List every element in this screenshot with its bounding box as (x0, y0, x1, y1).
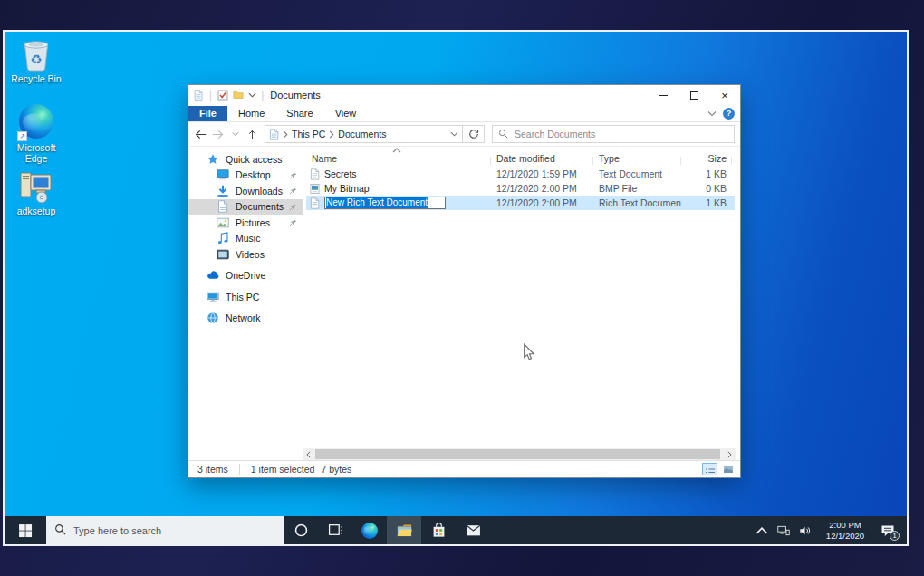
desktop-icon-label: Microsoft Edge (8, 142, 64, 164)
pin-icon[interactable] (289, 171, 297, 179)
sidebar-item-downloads[interactable]: Downloads (188, 183, 303, 199)
recent-locations-chevron-icon[interactable] (226, 126, 244, 142)
scroll-right-arrow-icon[interactable] (724, 448, 736, 460)
file-name-cell[interactable]: New Rich Text Document (306, 197, 491, 209)
sort-ascending-icon[interactable] (392, 148, 401, 153)
breadcrumb-segment[interactable]: This PC (292, 129, 325, 139)
file-row-secrets[interactable]: Secrets12/1/2020 1:59 PMText Document1 K… (306, 167, 735, 181)
help-icon[interactable]: ? (723, 108, 735, 120)
ribbon-tabs: FileHomeShareView ? (188, 105, 740, 122)
desktop-icon-microsoft-edge[interactable]: ↗Microsoft Edge (8, 104, 64, 164)
taskbar-button-edge[interactable] (352, 516, 387, 544)
breadcrumb-chevron-icon[interactable] (283, 130, 288, 139)
rename-edit-box[interactable]: New Rich Text Document (324, 197, 446, 209)
sidebar-item-videos[interactable]: Videos (188, 246, 303, 263)
file-name-cell[interactable]: My Bitmap (306, 183, 491, 195)
file-rows: Secrets12/1/2020 1:59 PMText Document1 K… (306, 167, 735, 210)
window-title: Documents (270, 90, 321, 101)
ribbon-expand-chevron-icon[interactable] (707, 110, 717, 117)
file-size: 0 KB (681, 183, 732, 194)
search-box[interactable] (492, 125, 735, 143)
document-icon[interactable] (193, 90, 204, 101)
up-arrow-icon[interactable] (244, 126, 261, 142)
sidebar-item-label: OneDrive (226, 270, 265, 281)
refresh-button[interactable] (463, 125, 485, 143)
sidebar-item-onedrive[interactable]: OneDrive (188, 268, 303, 284)
details-view-button[interactable] (702, 463, 717, 475)
network-globe-icon (207, 312, 219, 324)
clock[interactable]: 2:00 PM 12/1/2020 (820, 520, 871, 542)
pin-icon[interactable] (289, 187, 297, 195)
file-row-new-rich-text-document[interactable]: New Rich Text Document12/1/2020 2:00 PMR… (306, 196, 735, 210)
tab-view[interactable]: View (324, 106, 368, 121)
address-dropdown-chevron-icon[interactable] (450, 131, 458, 137)
taskbar-button-file-explorer[interactable] (387, 516, 421, 544)
sidebar-item-network[interactable]: Network (188, 311, 303, 327)
sidebar-item-pictures[interactable]: Pictures (188, 215, 303, 231)
quick-access-toolbar: || (193, 90, 265, 101)
breadcrumb-chevron-icon[interactable] (329, 130, 334, 139)
pc-monitor-icon (207, 291, 219, 303)
file-name-cell[interactable]: Secrets (306, 168, 491, 180)
pin-icon[interactable] (289, 203, 297, 211)
volume-icon[interactable] (796, 516, 814, 544)
column-header-name[interactable]: Name (306, 153, 491, 167)
search-input[interactable] (515, 129, 728, 139)
shortcut-arrow-icon: ↗ (17, 131, 27, 141)
scrollbar-thumb[interactable] (315, 449, 720, 459)
properties-check-icon[interactable] (217, 90, 228, 101)
file-type: BMP File (593, 183, 681, 194)
sidebar-item-music[interactable]: Music (188, 231, 303, 247)
sidebar-item-documents[interactable]: Documents (188, 199, 303, 216)
maximize-button[interactable] (679, 85, 709, 105)
start-button[interactable] (5, 516, 46, 544)
taskbar-button-task-view[interactable] (318, 516, 352, 544)
tray-date: 12/1/2020 (820, 531, 871, 542)
window-main: Quick accessDesktopDownloadsDocumentsPic… (188, 148, 740, 447)
network-icon[interactable] (775, 516, 793, 544)
taskbar-button-store[interactable] (421, 516, 456, 544)
close-button[interactable]: × (709, 85, 740, 105)
windows-desktop[interactable]: ♻Recycle Bin↗Microsoft Edgeadksetup || D… (5, 32, 907, 544)
taskbar: 2:00 PM 12/1/2020 1 (5, 516, 907, 544)
action-center-button[interactable]: 1 (874, 516, 901, 544)
large-icons-view-button[interactable] (720, 463, 736, 475)
minimize-button[interactable] (648, 85, 679, 105)
tab-share[interactable]: Share (275, 106, 323, 121)
desktop-icon-recycle-bin[interactable]: ♻Recycle Bin (8, 35, 64, 84)
desktop-icon-label: adksetup (8, 206, 64, 216)
column-header-type[interactable]: Type (593, 153, 681, 167)
breadcrumb-segment[interactable]: Documents (338, 129, 386, 139)
title-bar[interactable]: || Documents × (188, 85, 740, 105)
taskbar-search[interactable] (46, 516, 284, 544)
tab-file[interactable]: File (188, 106, 227, 121)
forward-arrow-icon[interactable] (209, 126, 226, 142)
tab-home[interactable]: Home (227, 106, 275, 121)
qat-customize-chevron-icon[interactable] (248, 92, 256, 98)
file-date-modified: 12/1/2020 2:00 PM (491, 183, 593, 194)
sidebar-item-quick-access[interactable]: Quick access (188, 151, 303, 168)
column-header-date-modified[interactable]: Date modified (491, 153, 593, 167)
scroll-left-arrow-icon[interactable] (303, 448, 314, 460)
taskbar-search-input[interactable] (73, 525, 275, 536)
address-bar[interactable]: This PCDocuments (265, 125, 463, 143)
sidebar-item-this-pc[interactable]: This PC (188, 289, 303, 305)
sidebar-item-label: Desktop (236, 169, 271, 180)
desktop-icon-adksetup[interactable]: adksetup (8, 168, 64, 216)
picture-frame-icon (217, 216, 229, 229)
search-icon (54, 523, 66, 539)
taskbar-button-mail[interactable] (456, 516, 490, 544)
hidden-icons-chevron-icon[interactable] (753, 516, 771, 544)
column-header-size[interactable]: Size (681, 153, 732, 167)
ribbon-tab-list: FileHomeShareView (188, 106, 367, 121)
search-icon (498, 129, 508, 140)
file-list-area[interactable]: NameDate modifiedTypeSize Secrets12/1/20… (306, 148, 735, 447)
item-count: 3 items (197, 464, 240, 475)
pin-icon[interactable] (289, 218, 297, 226)
horizontal-scrollbar[interactable] (303, 448, 736, 460)
folder-icon[interactable] (233, 90, 244, 101)
file-row-my-bitmap[interactable]: My Bitmap12/1/2020 2:00 PMBMP File0 KB (306, 181, 735, 196)
taskbar-button-cortana[interactable] (284, 516, 318, 544)
sidebar-item-desktop[interactable]: Desktop (188, 168, 303, 184)
back-arrow-icon[interactable] (192, 126, 209, 142)
